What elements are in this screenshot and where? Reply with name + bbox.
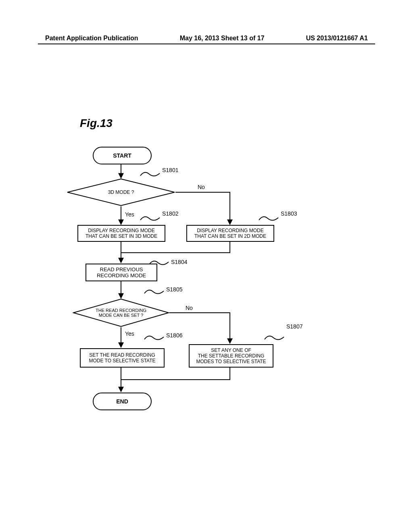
page-header: Patent Application Publication May 16, 2… bbox=[0, 35, 413, 42]
step-ref-s1805: S1805 bbox=[166, 286, 182, 293]
process-display-2d-mode: DISPLAY RECORDING MODE THAT CAN BE SET I… bbox=[186, 225, 274, 242]
step-ref-s1806: S1806 bbox=[166, 332, 182, 339]
flow-start: START bbox=[93, 147, 152, 164]
step-ref-s1807: S1807 bbox=[286, 323, 302, 330]
decision-3d-mode: 3D MODE ? bbox=[67, 178, 175, 206]
yes-label-d5: Yes bbox=[125, 330, 134, 337]
no-label-d1: No bbox=[198, 184, 205, 190]
figure-label: Fig.13 bbox=[80, 117, 113, 130]
header-center: May 16, 2013 Sheet 13 of 17 bbox=[180, 35, 265, 42]
flow-connectors bbox=[0, 142, 413, 452]
step-ref-s1803: S1803 bbox=[281, 210, 297, 217]
end-label: END bbox=[116, 398, 128, 405]
no-label-d5: No bbox=[186, 305, 193, 311]
process-read-previous: READ PREVIOUS RECORDING MODE bbox=[86, 264, 157, 281]
header-right: US 2013/0121667 A1 bbox=[306, 35, 368, 42]
process-display-3d-mode: DISPLAY RECORDING MODE THAT CAN BE SET I… bbox=[77, 225, 165, 242]
header-left: Patent Application Publication bbox=[45, 35, 138, 42]
start-label: START bbox=[113, 152, 131, 159]
decision-3d-mode-text: 3D MODE ? bbox=[67, 178, 175, 206]
step-ref-s1802: S1802 bbox=[162, 210, 178, 217]
header-rule bbox=[38, 44, 375, 44]
decision-can-be-set-text: THE READ RECORDING MODE CAN BE SET ? bbox=[73, 298, 169, 327]
step-ref-s1804: S1804 bbox=[171, 259, 187, 265]
process-set-read-mode: SET THE READ RECORDING MODE TO SELECTIVE… bbox=[80, 348, 165, 368]
yes-label-d1: Yes bbox=[125, 211, 134, 218]
step-ref-s1801: S1801 bbox=[162, 167, 178, 173]
flow-end: END bbox=[93, 393, 152, 410]
decision-can-be-set: THE READ RECORDING MODE CAN BE SET ? bbox=[73, 298, 169, 327]
page: Patent Application Publication May 16, 2… bbox=[0, 0, 413, 532]
flowchart: START 3D MODE ? S1801 No Yes DISPLAY REC… bbox=[0, 142, 413, 452]
process-set-any-mode: SET ANY ONE OF THE SETTABLE RECORDING MO… bbox=[189, 344, 273, 368]
